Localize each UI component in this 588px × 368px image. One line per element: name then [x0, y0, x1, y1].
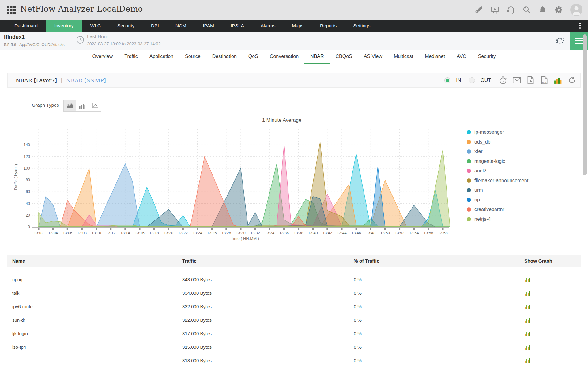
- legend-dot: [467, 207, 471, 212]
- csv-icon[interactable]: CSV: [540, 76, 548, 84]
- svg-text:13:32: 13:32: [250, 231, 260, 235]
- tab-multicast[interactable]: Multicast: [388, 50, 419, 64]
- scrollbar-thumb[interactable]: [583, 34, 587, 175]
- bell-icon[interactable]: [538, 6, 547, 14]
- row-percent: 0 %: [354, 317, 524, 323]
- email-icon[interactable]: [513, 76, 521, 84]
- nav-item-reports[interactable]: Reports: [312, 20, 345, 32]
- svg-text:13:20: 13:20: [164, 231, 173, 235]
- tab-source[interactable]: Source: [179, 50, 206, 64]
- tab-overview[interactable]: Overview: [87, 50, 119, 64]
- legend-item-urm[interactable]: urm: [467, 187, 528, 194]
- topbar-icons: [475, 0, 582, 20]
- legend-label: magenta-logic: [474, 159, 505, 164]
- tab-traffic[interactable]: Traffic: [119, 50, 144, 64]
- period-range: 2023-03-27 13:02 to 2023-03-27 14:02: [87, 41, 161, 46]
- nav-item-wlc[interactable]: WLC: [82, 20, 109, 32]
- nav-item-dpi[interactable]: DPI: [143, 20, 167, 32]
- more-menu-icon[interactable]: [576, 22, 584, 29]
- svg-text:40: 40: [26, 201, 30, 206]
- rocket-icon[interactable]: [475, 6, 483, 14]
- graph-type-area-button[interactable]: [63, 100, 76, 112]
- nav-item-ncm[interactable]: NCM: [167, 20, 194, 32]
- avatar[interactable]: [570, 4, 582, 16]
- svg-text:13:38: 13:38: [294, 231, 303, 235]
- show-graph-button[interactable]: [524, 317, 581, 323]
- chart-icon[interactable]: [554, 76, 562, 84]
- main-nav: DashboardInventoryWLCSecurityDPINCMIPAMI…: [0, 20, 588, 32]
- svg-text:13:28: 13:28: [221, 231, 231, 235]
- nav-item-inventory[interactable]: Inventory: [46, 20, 82, 32]
- nav-item-settings[interactable]: Settings: [345, 20, 379, 32]
- tab-conversation[interactable]: Conversation: [264, 50, 304, 64]
- row-percent: 0 %: [354, 331, 524, 336]
- nav-item-alarms[interactable]: Alarms: [252, 20, 284, 32]
- presentation-icon[interactable]: [491, 6, 499, 14]
- show-graph-button[interactable]: [524, 304, 581, 309]
- row-percent: 0 %: [354, 358, 524, 363]
- nav-item-maps[interactable]: Maps: [284, 20, 312, 32]
- apps-grid-icon[interactable]: [7, 5, 16, 14]
- legend-dot: [467, 178, 471, 183]
- legend-item-rip[interactable]: rip: [467, 197, 528, 203]
- nav-item-security[interactable]: Security: [109, 20, 143, 32]
- nav-item-ipam[interactable]: IPAM: [194, 20, 222, 32]
- svg-text:120: 120: [24, 155, 30, 159]
- graph-type-bar-button[interactable]: [76, 100, 89, 112]
- legend-label: urm: [474, 187, 483, 193]
- legend-label: netrjs-4: [474, 217, 491, 222]
- svg-text:13:14: 13:14: [120, 231, 130, 235]
- table-header: Name Traffic % of Traffic Show Graph: [7, 255, 581, 267]
- table-body: ripng343.000 Bytes0 %talk334.000 Bytes0 …: [7, 273, 581, 367]
- search-icon[interactable]: [522, 6, 531, 14]
- tab-destination[interactable]: Destination: [206, 50, 243, 64]
- show-graph-button[interactable]: [524, 358, 581, 363]
- tab-as-view[interactable]: AS View: [358, 50, 388, 64]
- tab-nbar[interactable]: NBAR: [304, 50, 330, 64]
- legend-dot: [467, 198, 471, 202]
- period-label[interactable]: Last Hour: [87, 34, 108, 40]
- svg-text:140: 140: [24, 143, 30, 147]
- svg-text:13:44: 13:44: [337, 231, 346, 235]
- legend-item-filemaker-announcement[interactable]: filemaker-announcement: [467, 177, 528, 184]
- nav-item-dashboard[interactable]: Dashboard: [6, 20, 46, 32]
- in-radio[interactable]: [444, 77, 450, 83]
- tab-qos[interactable]: QoS: [243, 50, 264, 64]
- show-graph-button[interactable]: [524, 277, 581, 282]
- headset-icon[interactable]: [507, 6, 515, 14]
- pdf-icon[interactable]: [526, 76, 535, 84]
- row-name: iso-tp4: [12, 344, 182, 350]
- legend-item-xfer[interactable]: xfer: [467, 148, 528, 155]
- svg-text:13:22: 13:22: [178, 231, 188, 235]
- svg-text:13:56: 13:56: [424, 231, 433, 235]
- tab-cbqos[interactable]: CBQoS: [330, 50, 358, 64]
- refresh-icon[interactable]: [568, 76, 576, 84]
- svg-text:13:48: 13:48: [366, 231, 375, 235]
- legend-label: xfer: [474, 149, 483, 154]
- legend-item-magenta-logic[interactable]: magenta-logic: [467, 158, 528, 165]
- legend-item-ip-messenger[interactable]: ip-messenger: [467, 129, 528, 136]
- legend-item-ariel2[interactable]: ariel2: [467, 167, 528, 174]
- tab-security[interactable]: Security: [472, 50, 502, 64]
- mini-bar-chart-icon: [524, 304, 530, 309]
- out-label: OUT: [481, 78, 491, 83]
- out-radio[interactable]: [469, 77, 475, 83]
- legend-label: rip: [474, 197, 480, 203]
- graph-type-scatter-button[interactable]: [89, 100, 101, 112]
- gear-icon[interactable]: [554, 6, 563, 14]
- tab-application[interactable]: Application: [144, 50, 179, 64]
- legend-item-netrjs-4[interactable]: netrjs-4: [467, 216, 528, 223]
- tab-medianet[interactable]: Medianet: [419, 50, 451, 64]
- schedule-icon[interactable]: [499, 76, 507, 84]
- legend-item-creativepartnr[interactable]: creativepartnr: [467, 206, 528, 213]
- tab-avc[interactable]: AVC: [451, 50, 472, 64]
- show-graph-button[interactable]: [524, 290, 581, 296]
- alert-bell-icon[interactable]: [554, 36, 565, 47]
- show-graph-button[interactable]: [524, 331, 581, 336]
- legend-item-gds_db[interactable]: gds_db: [467, 139, 528, 145]
- svg-text:0: 0: [28, 225, 30, 229]
- show-graph-button[interactable]: [524, 344, 581, 350]
- nav-item-ipsla[interactable]: IPSLA: [222, 20, 252, 32]
- nbar-snmp-link[interactable]: NBAR [SNMP]: [66, 77, 106, 83]
- legend-label: filemaker-announcement: [474, 178, 528, 183]
